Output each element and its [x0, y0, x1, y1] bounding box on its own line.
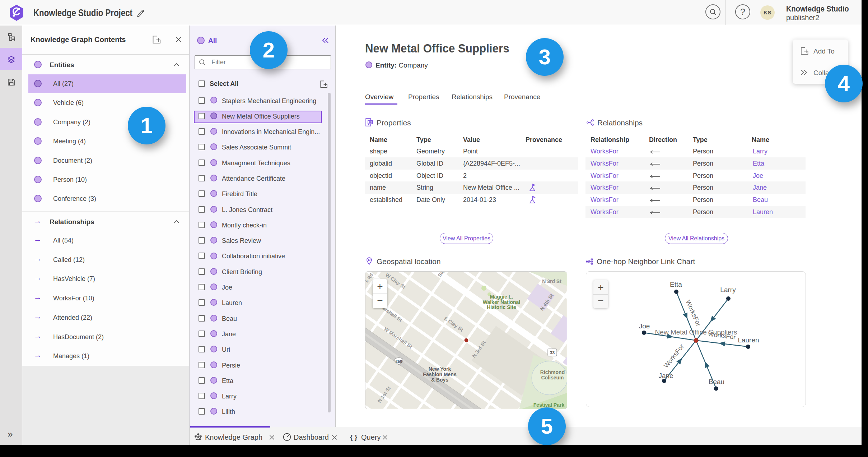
svg-text:Coliseum: Coliseum [541, 375, 564, 380]
svg-text:250: 250 [396, 359, 402, 364]
svg-text:Lauren: Lauren [738, 336, 759, 344]
svg-text:Jane: Jane [658, 372, 673, 379]
svg-text:Larry: Larry [720, 286, 736, 294]
svg-text:Historic Site: Historic Site [487, 304, 516, 310]
svg-text:33: 33 [550, 350, 555, 355]
svg-text:& Boys: & Boys [431, 377, 448, 383]
svg-text:Beau: Beau [709, 378, 724, 386]
svg-text:Joe: Joe [639, 322, 650, 330]
svg-text:Etta: Etta [670, 281, 682, 288]
svg-text:Fashion Mens: Fashion Mens [423, 371, 457, 377]
svg-text:WorksFor: WorksFor [662, 343, 685, 370]
svg-text:Festival Park: Festival Park [533, 402, 565, 408]
svg-text:Richmond: Richmond [540, 369, 565, 375]
svg-text:N 3rd St: N 3rd St [542, 278, 561, 284]
svg-text:New York: New York [429, 366, 451, 372]
